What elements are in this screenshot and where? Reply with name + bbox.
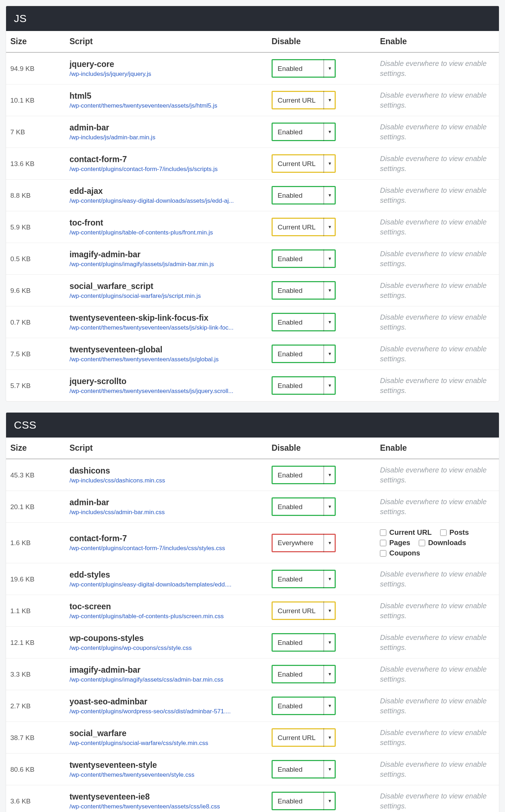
enable-checkbox-pages[interactable]: Pages xyxy=(380,539,410,547)
script-path[interactable]: /wp-content/themes/twentyseventeen/asset… xyxy=(69,324,263,331)
script-name: wp-coupons-styles xyxy=(69,633,263,643)
size-value: 12.1 KB xyxy=(10,639,35,646)
script-path[interactable]: /wp-content/themes/twentyseventeen/style… xyxy=(69,771,263,779)
enable-placeholder-text: Disable everwhere to view enable setting… xyxy=(380,376,495,395)
script-path[interactable]: /wp-content/plugins/easy-digital-downloa… xyxy=(69,197,263,205)
checkbox-input[interactable] xyxy=(419,540,425,546)
size-value: 0.5 KB xyxy=(10,255,31,263)
size-value: 10.1 KB xyxy=(10,97,35,104)
header-size: Size xyxy=(6,438,65,459)
enable-checkbox-posts[interactable]: Posts xyxy=(440,528,469,537)
enable-placeholder-text: Disable everwhere to view enable setting… xyxy=(380,632,495,652)
enable-placeholder-text: Disable everwhere to view enable setting… xyxy=(380,249,495,269)
script-path[interactable]: /wp-content/plugins/contact-form-7/inclu… xyxy=(69,166,263,173)
enable-checkbox-downloads[interactable]: Downloads xyxy=(419,539,466,547)
checkbox-input[interactable] xyxy=(380,540,386,546)
script-path[interactable]: /wp-content/themes/twentyseventeen/asset… xyxy=(69,102,263,109)
size-value: 45.3 KB xyxy=(10,471,35,479)
script-path[interactable]: /wp-content/themes/twentyseventeen/asset… xyxy=(69,803,263,810)
header-enable: Enable xyxy=(376,31,499,52)
checkbox-label: Pages xyxy=(389,539,410,547)
disable-select[interactable]: EnabledCurrent URLEverywhere xyxy=(272,534,336,552)
disable-select[interactable]: EnabledCurrent URLEverywhere xyxy=(272,123,336,141)
disable-select[interactable]: EnabledCurrent URLEverywhere xyxy=(272,665,336,683)
disable-select[interactable]: EnabledCurrent URLEverywhere xyxy=(272,601,336,620)
disable-select[interactable]: EnabledCurrent URLEverywhere xyxy=(272,281,336,300)
disable-select[interactable]: EnabledCurrent URLEverywhere xyxy=(272,91,336,109)
script-name: twentyseventeen-global xyxy=(69,345,263,355)
checkbox-input[interactable] xyxy=(380,550,386,557)
table-row: 13.6 KBcontact-form-7/wp-content/plugins… xyxy=(6,148,499,180)
table-row: 5.9 KBtoc-front/wp-content/plugins/table… xyxy=(6,211,499,243)
disable-select[interactable]: EnabledCurrent URLEverywhere xyxy=(272,466,336,484)
script-name: contact-form-7 xyxy=(69,155,263,164)
script-path[interactable]: /wp-content/plugins/wordpress-seo/css/di… xyxy=(69,708,263,715)
script-path[interactable]: /wp-content/plugins/imagify/assets/js/ad… xyxy=(69,261,263,268)
disable-select[interactable]: EnabledCurrent URLEverywhere xyxy=(272,728,336,747)
header-size: Size xyxy=(6,31,65,52)
enable-placeholder-text: Disable everwhere to view enable setting… xyxy=(380,122,495,142)
table-row: 1.1 KBtoc-screen/wp-content/plugins/tabl… xyxy=(6,595,499,627)
script-path[interactable]: /wp-content/plugins/wp-coupons/css/style… xyxy=(69,645,263,652)
checkbox-input[interactable] xyxy=(440,529,447,536)
disable-select[interactable]: EnabledCurrent URLEverywhere xyxy=(272,59,336,78)
disable-select[interactable]: EnabledCurrent URLEverywhere xyxy=(272,760,336,779)
script-path[interactable]: /wp-content/plugins/table-of-contents-pl… xyxy=(69,229,263,236)
table-row: 38.7 KBsocial_warfare/wp-content/plugins… xyxy=(6,722,499,754)
script-path[interactable]: /wp-content/themes/twentyseventeen/asset… xyxy=(69,356,263,363)
script-path[interactable]: /wp-content/plugins/easy-digital-downloa… xyxy=(69,581,263,588)
size-value: 94.9 KB xyxy=(10,65,35,72)
size-value: 19.6 KB xyxy=(10,575,35,583)
enable-checkbox-current_url[interactable]: Current URL xyxy=(380,528,432,537)
enable-placeholder-text: Disable everwhere to view enable setting… xyxy=(380,185,495,205)
script-path[interactable]: /wp-includes/js/jquery/jquery.js xyxy=(69,71,263,78)
enable-placeholder-text: Disable everwhere to view enable setting… xyxy=(380,154,495,174)
disable-select[interactable]: EnabledCurrent URLEverywhere xyxy=(272,345,336,363)
script-path[interactable]: /wp-content/plugins/imagify/assets/css/a… xyxy=(69,676,263,683)
disable-select[interactable]: EnabledCurrent URLEverywhere xyxy=(272,376,336,395)
disable-select[interactable]: EnabledCurrent URLEverywhere xyxy=(272,313,336,331)
script-name: twentyseventeen-skip-link-focus-fix xyxy=(69,313,263,323)
size-value: 9.6 KB xyxy=(10,287,31,294)
disable-select[interactable]: EnabledCurrent URLEverywhere xyxy=(272,497,336,516)
script-name: twentyseventeen-ie8 xyxy=(69,792,263,802)
disable-select[interactable]: EnabledCurrent URLEverywhere xyxy=(272,633,336,652)
enable-checkbox-group: Current URLPostsPagesDownloadsCoupons xyxy=(380,528,495,557)
script-name: imagify-admin-bar xyxy=(69,665,263,675)
size-value: 8.8 KB xyxy=(10,192,31,199)
script-path[interactable]: /wp-includes/js/admin-bar.min.js xyxy=(69,134,263,141)
script-name: social_warfare_script xyxy=(69,281,263,291)
table-row: 3.3 KBimagify-admin-bar/wp-content/plugi… xyxy=(6,658,499,690)
table-row: 0.7 KBtwentyseventeen-skip-link-focus-fi… xyxy=(6,306,499,338)
checkbox-label: Coupons xyxy=(389,549,420,557)
script-path[interactable]: /wp-content/plugins/social-warfare/js/sc… xyxy=(69,293,263,300)
disable-select[interactable]: EnabledCurrent URLEverywhere xyxy=(272,570,336,588)
checkbox-label: Posts xyxy=(449,528,469,537)
script-path[interactable]: /wp-content/plugins/table-of-contents-pl… xyxy=(69,613,263,620)
table-row: 7 KBadmin-bar/wp-includes/js/admin-bar.m… xyxy=(6,116,499,148)
disable-select[interactable]: EnabledCurrent URLEverywhere xyxy=(272,218,336,236)
script-name: toc-screen xyxy=(69,602,263,611)
header-script: Script xyxy=(65,31,267,52)
enable-placeholder-text: Disable everwhere to view enable setting… xyxy=(380,312,495,332)
script-name: html5 xyxy=(69,91,263,101)
script-path[interactable]: /wp-content/plugins/social-warfare/css/s… xyxy=(69,740,263,747)
disable-select[interactable]: EnabledCurrent URLEverywhere xyxy=(272,697,336,715)
disable-select[interactable]: EnabledCurrent URLEverywhere xyxy=(272,186,336,205)
script-name: contact-form-7 xyxy=(69,534,263,543)
disable-select[interactable]: EnabledCurrent URLEverywhere xyxy=(272,154,336,173)
checkbox-input[interactable] xyxy=(380,529,386,536)
script-path[interactable]: /wp-includes/css/dashicons.min.css xyxy=(69,477,263,484)
script-path[interactable]: /wp-content/themes/twentyseventeen/asset… xyxy=(69,388,263,395)
size-value: 20.1 KB xyxy=(10,503,35,511)
enable-placeholder-text: Disable everwhere to view enable setting… xyxy=(380,569,495,589)
script-path[interactable]: /wp-content/plugins/contact-form-7/inclu… xyxy=(69,545,263,552)
enable-placeholder-text: Disable everwhere to view enable setting… xyxy=(380,217,495,237)
disable-select[interactable]: EnabledCurrent URLEverywhere xyxy=(272,792,336,810)
table-row: 2.7 KByoast-seo-adminbar/wp-content/plug… xyxy=(6,690,499,722)
size-value: 80.6 KB xyxy=(10,766,35,773)
enable-checkbox-coupons[interactable]: Coupons xyxy=(380,549,420,557)
script-path[interactable]: /wp-includes/css/admin-bar.min.css xyxy=(69,509,263,516)
disable-select[interactable]: EnabledCurrent URLEverywhere xyxy=(272,249,336,268)
section-title: JS xyxy=(6,6,499,31)
